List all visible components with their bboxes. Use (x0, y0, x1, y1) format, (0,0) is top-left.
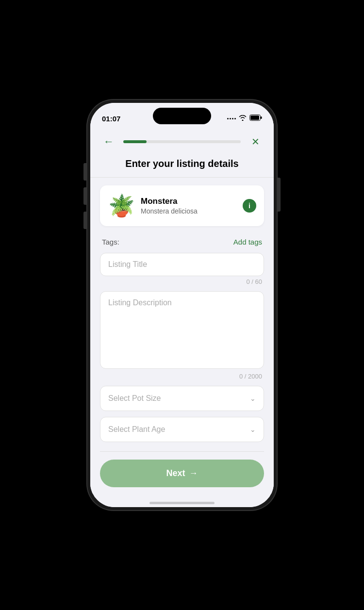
pot-size-group: Select Pot Size ⌄ (100, 386, 264, 411)
next-button[interactable]: Next → (100, 460, 264, 487)
plant-info: Monstera Monstera deliciosa (141, 197, 243, 215)
bottom-area: Next → (90, 444, 274, 497)
description-char-count: 0 / 2000 (100, 371, 264, 380)
close-button[interactable]: ✕ (247, 133, 264, 150)
battery-icon (249, 114, 262, 123)
signal-icon (227, 118, 236, 119)
plant-species: Monstera deliciosa (141, 207, 243, 215)
bottom-divider (100, 451, 264, 452)
plant-emoji: 🪴 (108, 192, 135, 219)
add-tags-button[interactable]: Add tags (233, 238, 262, 246)
listing-title-input[interactable] (100, 253, 264, 276)
tags-row: Tags: Add tags (100, 233, 264, 253)
back-button[interactable]: ← (100, 133, 117, 150)
svg-rect-2 (261, 116, 262, 119)
nav-bar: ← ✕ (90, 127, 274, 156)
title-char-count: 0 / 60 (100, 276, 264, 285)
next-button-label: Next (166, 468, 185, 478)
wifi-icon (239, 114, 247, 123)
plant-card: 🪴 Monstera Monstera deliciosa i (100, 185, 264, 226)
pot-size-chevron-icon: ⌄ (250, 395, 256, 402)
listing-description-group: 0 / 2000 (100, 291, 264, 380)
progress-bar-container (123, 140, 241, 143)
plant-age-select[interactable]: Select Plant Age ⌄ (100, 417, 264, 442)
dynamic-island (153, 108, 211, 124)
main-area: 🪴 Monstera Monstera deliciosa i Tags: Ad… (90, 178, 274, 444)
plant-age-label: Select Plant Age (108, 425, 165, 434)
page-title: Enter your listing details (90, 156, 274, 177)
listing-title-group: 0 / 60 (100, 253, 264, 285)
svg-rect-1 (250, 115, 259, 120)
progress-bar-fill (123, 140, 147, 143)
status-time: 01:07 (102, 115, 120, 123)
pot-size-label: Select Pot Size (108, 394, 161, 403)
listing-description-input[interactable] (100, 291, 264, 369)
next-arrow-icon: → (189, 468, 198, 478)
home-indicator (149, 502, 215, 504)
plant-age-group: Select Plant Age ⌄ (100, 417, 264, 442)
screen-content: ← ✕ Enter your listing details 🪴 Monster… (90, 127, 274, 507)
info-icon-button[interactable]: i (243, 199, 256, 213)
tags-label: Tags: (102, 238, 119, 246)
plant-age-chevron-icon: ⌄ (250, 426, 256, 433)
pot-size-select[interactable]: Select Pot Size ⌄ (100, 386, 264, 411)
status-icons (227, 114, 262, 123)
plant-name: Monstera (141, 197, 243, 206)
